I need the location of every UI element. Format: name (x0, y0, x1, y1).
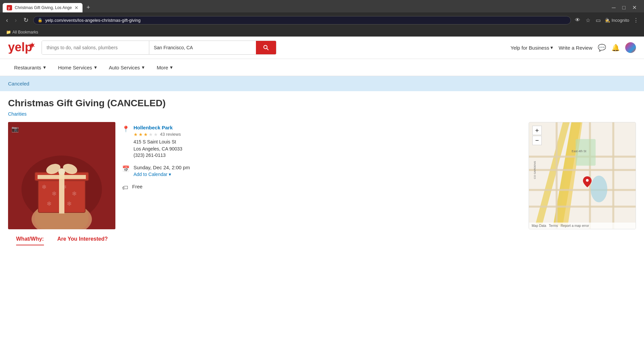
star-5: ★ (154, 132, 158, 137)
tab-bar: y Christmas Gift Giving, Los Ange ✕ + ─ … (0, 0, 644, 12)
are-you-interested-heading: Are You Interested? (57, 236, 108, 242)
event-title: Christmas Gift Giving (CANCELED) (8, 98, 636, 109)
zoom-in-button[interactable]: + (532, 126, 542, 135)
map-terms-link[interactable]: Terms (549, 224, 558, 228)
svg-text:❄: ❄ (42, 184, 47, 190)
folder-icon: 📁 (6, 30, 11, 35)
event-image-placeholder: ❄ ❄ ❄ ❄ ❄ ❄ (8, 122, 115, 229)
svg-rect-40 (589, 122, 591, 229)
eye-slash-icon[interactable]: 👁 (574, 16, 582, 24)
event-category[interactable]: Charities (8, 111, 636, 117)
forward-button[interactable]: › (13, 15, 19, 25)
lock-icon: 🔒 (38, 18, 43, 22)
add-to-calendar-button[interactable]: Add to Calendar ▾ (133, 172, 522, 177)
toolbar-right: 👁 ☆ ▭ 🕵 Incognito ⋮ (574, 16, 640, 25)
venue-section: 📍 Hollenbeck Park ★ ★ ★ ★ ★ 43 reviews (122, 125, 522, 158)
star-4: ★ (149, 132, 153, 137)
nav-item-home-services[interactable]: Home Services ▾ (52, 59, 103, 76)
address-bar[interactable]: 🔒 (33, 16, 571, 24)
location-icon: 📍 (122, 125, 129, 133)
venue-name[interactable]: Hollenbeck Park (133, 125, 522, 130)
yelp-logo[interactable]: yelp (8, 42, 35, 54)
svg-line-7 (34, 46, 35, 47)
event-date: Sunday, Dec 24, 2:00 pm (133, 165, 522, 170)
svg-rect-38 (529, 205, 636, 207)
svg-rect-27 (38, 175, 86, 179)
sidebar-icon[interactable]: ▭ (594, 16, 602, 25)
svg-point-48 (586, 179, 589, 182)
camera-icon: 📷 (11, 125, 19, 133)
svg-text:CO GARDENS: CO GARDENS (533, 161, 536, 179)
star-3: ★ (144, 132, 148, 137)
search-bar (42, 41, 276, 55)
chevron-down-icon: ▾ (169, 172, 171, 177)
messages-icon[interactable]: 💬 (598, 44, 606, 52)
minimize-button[interactable]: ─ (610, 4, 618, 11)
nav-item-more[interactable]: More ▾ (151, 59, 179, 76)
map-footer: Map Data Terms Report a map error (529, 223, 636, 229)
yelp-header: yelp (0, 37, 644, 59)
new-tab-button[interactable]: + (84, 3, 93, 12)
svg-point-4 (32, 44, 33, 46)
map-data-link[interactable]: Map Data (532, 224, 546, 228)
date-section: 📅 Sunday, Dec 24, 2:00 pm Add to Calenda… (122, 165, 522, 177)
write-review-link[interactable]: Write a Review (558, 45, 592, 51)
search-where-input[interactable] (149, 41, 256, 54)
svg-rect-37 (529, 189, 636, 191)
event-content: Christmas Gift Giving (CANCELED) Chariti… (0, 91, 644, 265)
venue-row: 📍 Hollenbeck Park ★ ★ ★ ★ ★ 43 reviews (122, 125, 522, 158)
search-button[interactable] (256, 41, 276, 54)
svg-text:❄: ❄ (47, 200, 52, 207)
svg-point-42 (591, 176, 607, 202)
url-input[interactable] (45, 18, 567, 23)
chevron-down-icon: ▾ (170, 64, 173, 70)
refresh-button[interactable]: ↻ (21, 15, 31, 25)
status-text: Canceled (8, 81, 29, 86)
svg-rect-39 (556, 122, 558, 229)
map-report-link[interactable]: Report a map error (561, 224, 589, 228)
menu-icon[interactable]: ⋮ (632, 16, 640, 25)
user-avatar[interactable] (625, 42, 636, 53)
event-image: ❄ ❄ ❄ ❄ ❄ ❄ (8, 122, 115, 229)
svg-line-6 (34, 44, 35, 45)
search-what-input[interactable] (42, 41, 149, 54)
calendar-icon: 📅 (122, 165, 129, 173)
chevron-down-icon: ▾ (142, 64, 145, 70)
price-row: 🏷 Free (122, 184, 522, 191)
svg-point-30 (58, 168, 65, 175)
venue-phone[interactable]: (323) 261-0113 (133, 153, 522, 158)
reviews-count[interactable]: 43 reviews (160, 132, 181, 137)
bookmarks-item[interactable]: 📁 All Bookmarks (4, 29, 40, 35)
svg-text:❄: ❄ (52, 190, 57, 197)
bottom-sections: What/Why: Are You Interested? (8, 236, 636, 259)
map-controls: + − (532, 126, 542, 145)
incognito-button[interactable]: 🕵 Incognito (605, 18, 629, 23)
tab-favicon: y (7, 5, 12, 10)
back-button[interactable]: ‹ (4, 15, 10, 25)
star-2: ★ (139, 132, 143, 137)
tab-title: Christmas Gift Giving, Los Ange (15, 5, 72, 10)
event-details: 📍 Hollenbeck Park ★ ★ ★ ★ ★ 43 reviews (122, 122, 522, 229)
yelp-for-business-link[interactable]: Yelp for Business ▾ (511, 45, 553, 51)
nav-item-auto-services[interactable]: Auto Services ▾ (103, 59, 151, 76)
event-map[interactable]: East 4th St CO GARDENS + − (529, 122, 636, 229)
svg-text:❄: ❄ (72, 190, 77, 197)
notifications-icon[interactable]: 🔔 (611, 44, 620, 52)
svg-text:East 4th St: East 4th St (572, 149, 586, 153)
chevron-down-icon: ▾ (94, 64, 97, 70)
close-button[interactable]: ✕ (630, 4, 639, 11)
what-why-section: What/Why: (16, 236, 44, 245)
bookmark-icon[interactable]: ☆ (584, 16, 592, 25)
active-tab[interactable]: y Christmas Gift Giving, Los Ange ✕ (3, 3, 83, 12)
svg-line-12 (267, 48, 268, 50)
yelp-nav: Restaurants ▾ Home Services ▾ Auto Servi… (0, 59, 644, 76)
browser-toolbar: ‹ › ↻ 🔒 👁 ☆ ▭ 🕵 Incognito ⋮ (0, 12, 644, 28)
nav-item-restaurants[interactable]: Restaurants ▾ (8, 59, 52, 76)
what-why-heading: What/Why: (16, 236, 44, 245)
zoom-out-button[interactable]: − (532, 136, 542, 145)
date-row: 📅 Sunday, Dec 24, 2:00 pm Add to Calenda… (122, 165, 522, 177)
maximize-button[interactable]: □ (620, 4, 628, 11)
yelp-page: yelp (0, 37, 644, 318)
venue-address: 415 S Saint Louis St Los Angeles, CA 900… (133, 138, 522, 153)
tab-close-button[interactable]: ✕ (74, 5, 78, 10)
